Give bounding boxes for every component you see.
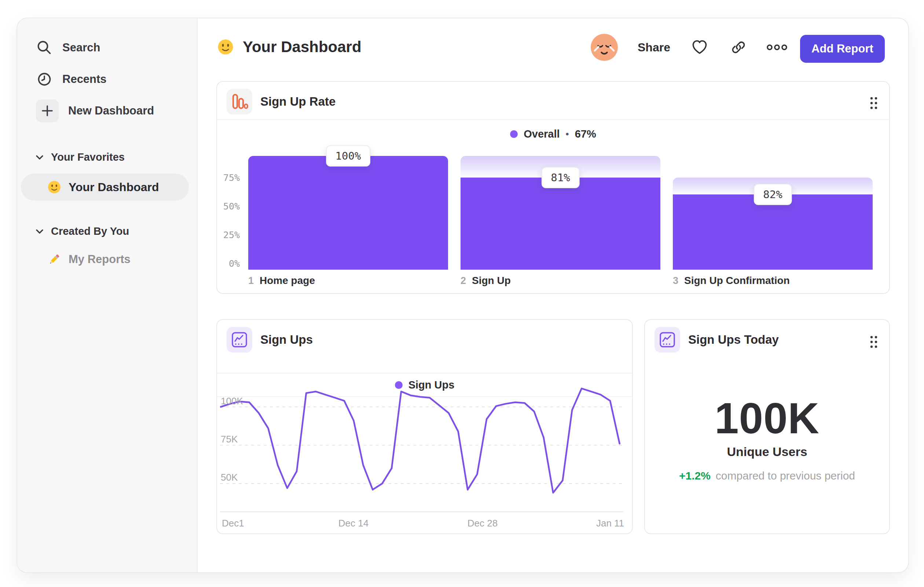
avatar-face-icon bbox=[591, 34, 618, 61]
page-title-text: Your Dashboard bbox=[243, 38, 361, 56]
sidebar-item-new-dashboard[interactable]: New Dashboard bbox=[36, 99, 154, 122]
created-header-label: Created By You bbox=[51, 225, 129, 237]
add-report-button[interactable]: Add Report bbox=[800, 35, 885, 63]
signups-card-header: Sign Ups bbox=[227, 327, 313, 352]
funnel-step-label: 3Sign Up Confirmation bbox=[673, 275, 790, 286]
sidebar-item-recents[interactable]: Recents bbox=[36, 71, 107, 88]
sidebar-section-your-favorites[interactable]: Your Favorites bbox=[35, 151, 125, 163]
favorite-heart-icon[interactable] bbox=[691, 39, 708, 55]
clock-icon bbox=[36, 71, 53, 88]
sidebar-new-dashboard-label: New Dashboard bbox=[68, 104, 154, 117]
line-xtick: Dec 14 bbox=[338, 518, 368, 529]
signups-today-title: Sign Ups Today bbox=[688, 333, 779, 347]
funnel-bar-converted bbox=[673, 194, 873, 270]
funnel-step-name: Sign Up Confirmation bbox=[684, 275, 790, 286]
your-dashboard-label: Your Dashboard bbox=[69, 180, 159, 194]
sidebar: Search Recents New Dashboard bbox=[17, 18, 198, 572]
smiley-emoji-icon bbox=[217, 38, 234, 55]
funnel-conversion-badge-step-3: 82% bbox=[754, 184, 792, 205]
new-dashboard-chip bbox=[36, 99, 59, 122]
app-window: Search Recents New Dashboard bbox=[16, 18, 909, 573]
funnel-step-label: 1Home page bbox=[248, 275, 315, 286]
smiley-emoji-icon bbox=[47, 180, 61, 194]
add-report-label: Add Report bbox=[812, 42, 873, 55]
chevron-down-icon bbox=[35, 227, 45, 236]
signups-line-plot bbox=[220, 383, 623, 513]
delta-value: +1.2% bbox=[679, 470, 711, 482]
sidebar-search-label: Search bbox=[62, 41, 100, 54]
funnel-ytick: 75% bbox=[219, 172, 240, 184]
line-chart-icon bbox=[659, 331, 676, 348]
favorites-header-label: Your Favorites bbox=[51, 151, 125, 163]
funnel-step-label: 2Sign Up bbox=[460, 275, 511, 286]
delta-description: compared to previous period bbox=[716, 470, 855, 482]
share-label: Share bbox=[638, 41, 670, 54]
funnel-bar-converted bbox=[248, 156, 448, 270]
line-xtick: Jan 11 bbox=[596, 518, 624, 529]
chevron-down-icon bbox=[35, 153, 45, 162]
my-reports-label: My Reports bbox=[69, 253, 130, 266]
funnel-ytick: 25% bbox=[219, 229, 240, 241]
funnel-ytick: 0% bbox=[219, 258, 240, 270]
line-chart-chip bbox=[227, 327, 252, 352]
search-icon bbox=[36, 39, 53, 56]
share-button[interactable]: Share bbox=[633, 34, 675, 61]
delta-row: +1.2% compared to previous period bbox=[645, 470, 889, 482]
funnel-bar-converted bbox=[460, 178, 660, 270]
page-title: Your Dashboard bbox=[217, 38, 361, 56]
signups-title: Sign Ups bbox=[260, 333, 313, 347]
sidebar-item-your-dashboard[interactable]: Your Dashboard bbox=[21, 174, 189, 201]
funnel-ytick: 50% bbox=[219, 201, 240, 212]
funnel-step-number: 2 bbox=[460, 275, 466, 286]
funnel-conversion-badge-step-2: 81% bbox=[541, 167, 579, 188]
funnel-step-name: Home page bbox=[260, 275, 315, 286]
line-chart-chip bbox=[655, 327, 680, 352]
signup-rate-card: Sign Up Rate Overall • 67% 75%50%25%0%10… bbox=[216, 81, 890, 294]
signups-today-header: Sign Ups Today bbox=[655, 327, 779, 352]
line-chart-icon bbox=[231, 331, 248, 348]
unique-users-value: 100K bbox=[645, 393, 889, 443]
funnel-step-number: 3 bbox=[673, 275, 678, 286]
line-xtick: Dec1 bbox=[222, 518, 244, 529]
sidebar-item-my-reports[interactable]: My Reports bbox=[47, 252, 130, 266]
line-xtick: Dec 28 bbox=[467, 518, 498, 529]
sidebar-recents-label: Recents bbox=[62, 73, 107, 86]
more-options-icon[interactable] bbox=[766, 39, 788, 55]
signups-today-card: Sign Ups Today 100K Unique Users +1.2% c… bbox=[644, 319, 890, 534]
pencil-emoji-icon bbox=[47, 252, 61, 266]
sidebar-section-created-by-you[interactable]: Created By You bbox=[35, 225, 129, 237]
unique-users-label: Unique Users bbox=[645, 445, 889, 459]
funnel-conversion-badge-step-1: 100% bbox=[326, 145, 371, 167]
avatar[interactable] bbox=[591, 34, 618, 61]
funnel-step-number: 1 bbox=[248, 275, 254, 286]
plus-icon bbox=[41, 104, 54, 117]
funnel-plot: 75%50%25%0%100%1Home page81%2Sign Up82%3… bbox=[217, 82, 889, 293]
drag-handle-icon[interactable] bbox=[869, 335, 879, 349]
sidebar-item-search[interactable]: Search bbox=[36, 39, 100, 56]
copy-link-icon[interactable] bbox=[730, 39, 747, 55]
screen: Search Recents New Dashboard bbox=[0, 0, 924, 587]
signups-card: Sign Ups Sign Ups 100K75K50KDec1Dec 14De… bbox=[216, 319, 633, 534]
funnel-bar-step-1[interactable] bbox=[248, 156, 448, 270]
funnel-step-name: Sign Up bbox=[472, 275, 511, 286]
